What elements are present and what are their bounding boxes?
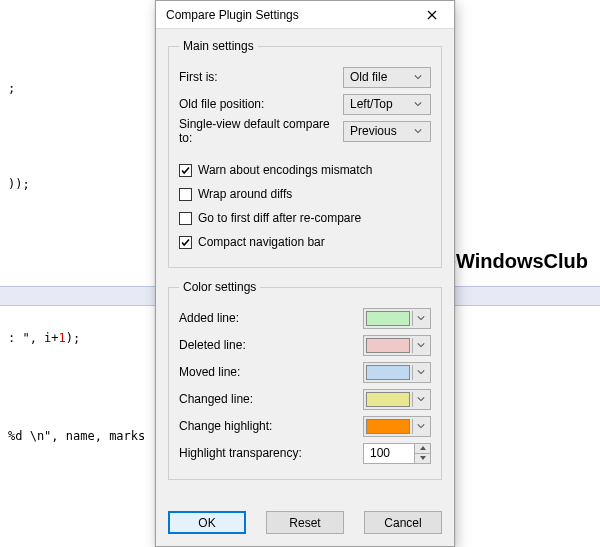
color-settings-group: Color settings Added line: Deleted line:… (168, 280, 442, 480)
added-line-label: Added line: (179, 311, 363, 325)
warn-encodings-checkbox[interactable]: Warn about encodings mismatch (179, 161, 431, 179)
reset-button[interactable]: Reset (266, 511, 344, 534)
chevron-down-icon (412, 365, 428, 380)
checkbox-icon (179, 188, 192, 201)
compare-settings-dialog: Compare Plugin Settings Main settings Fi… (155, 0, 455, 547)
dialog-title: Compare Plugin Settings (166, 8, 414, 22)
ok-button[interactable]: OK (168, 511, 246, 534)
wrap-diffs-checkbox[interactable]: Wrap around diffs (179, 185, 431, 203)
cancel-button[interactable]: Cancel (364, 511, 442, 534)
first-is-combo[interactable]: Old file (343, 67, 431, 88)
single-view-label: Single-view default compare to: (179, 117, 343, 145)
old-position-label: Old file position: (179, 97, 343, 111)
transparency-label: Highlight transparency: (179, 446, 363, 460)
arrow-down-icon (420, 456, 426, 460)
change-highlight-label: Change highlight: (179, 419, 363, 433)
chevron-down-icon (412, 392, 428, 407)
color-settings-legend: Color settings (179, 280, 260, 294)
changed-line-label: Changed line: (179, 392, 363, 406)
old-position-combo[interactable]: Left/Top (343, 94, 431, 115)
deleted-line-label: Deleted line: (179, 338, 363, 352)
deleted-line-color[interactable] (363, 335, 431, 356)
chevron-down-icon (410, 127, 426, 135)
spin-down-button[interactable] (415, 454, 430, 463)
first-is-label: First is: (179, 70, 343, 84)
main-settings-legend: Main settings (179, 39, 258, 53)
checkbox-icon (179, 164, 192, 177)
added-line-color[interactable] (363, 308, 431, 329)
chevron-down-icon (410, 73, 426, 81)
close-button[interactable] (414, 1, 450, 28)
changed-line-color[interactable] (363, 389, 431, 410)
chevron-down-icon (410, 100, 426, 108)
close-icon (427, 10, 437, 20)
chevron-down-icon (412, 419, 428, 434)
arrow-up-icon (420, 446, 426, 450)
main-settings-group: Main settings First is: Old file Old fil… (168, 39, 442, 268)
goto-first-diff-checkbox[interactable]: Go to first diff after re-compare (179, 209, 431, 227)
chevron-down-icon (412, 338, 428, 353)
compact-nav-checkbox[interactable]: Compact navigation bar (179, 233, 431, 251)
checkbox-icon (179, 212, 192, 225)
checkbox-icon (179, 236, 192, 249)
transparency-spinbox[interactable]: 100 (363, 443, 431, 464)
titlebar: Compare Plugin Settings (156, 1, 454, 29)
chevron-down-icon (412, 311, 428, 326)
dialog-buttons: OK Reset Cancel (156, 505, 454, 546)
change-highlight-color[interactable] (363, 416, 431, 437)
moved-line-color[interactable] (363, 362, 431, 383)
single-view-combo[interactable]: Previous (343, 121, 431, 142)
spin-up-button[interactable] (415, 444, 430, 454)
moved-line-label: Moved line: (179, 365, 363, 379)
